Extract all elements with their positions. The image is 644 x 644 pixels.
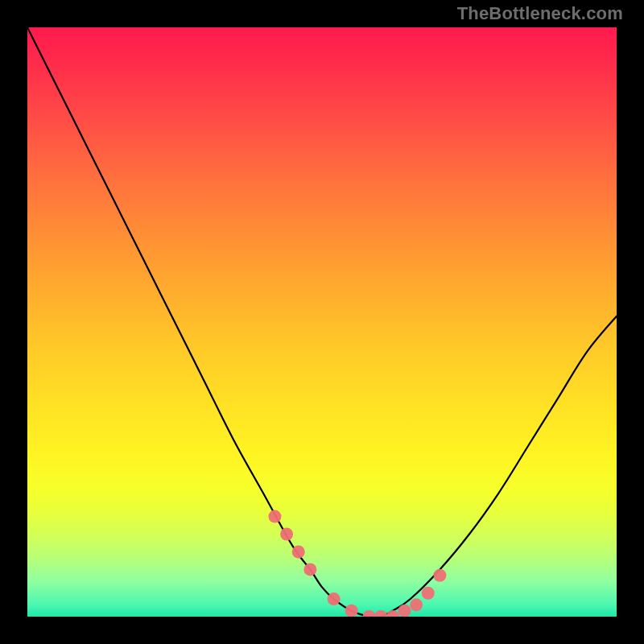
chart-container: TheBottleneck.com xyxy=(0,0,644,644)
marker-dot xyxy=(386,610,399,617)
marker-dot xyxy=(280,528,293,541)
marker-dot xyxy=(268,510,281,523)
marker-dot xyxy=(374,610,387,617)
marker-dot xyxy=(363,610,376,617)
marker-dot xyxy=(433,569,446,582)
marker-dot xyxy=(303,563,316,576)
watermark-text: TheBottleneck.com xyxy=(457,5,623,23)
marker-dot xyxy=(398,605,411,617)
marker-dot xyxy=(292,545,305,558)
plot-area xyxy=(27,27,617,617)
bottleneck-curve xyxy=(27,27,617,617)
curve-markers xyxy=(268,510,446,617)
marker-dot xyxy=(328,592,341,605)
marker-dot xyxy=(345,605,358,617)
curve-layer xyxy=(27,27,617,617)
marker-dot xyxy=(410,598,423,611)
marker-dot xyxy=(422,587,435,600)
